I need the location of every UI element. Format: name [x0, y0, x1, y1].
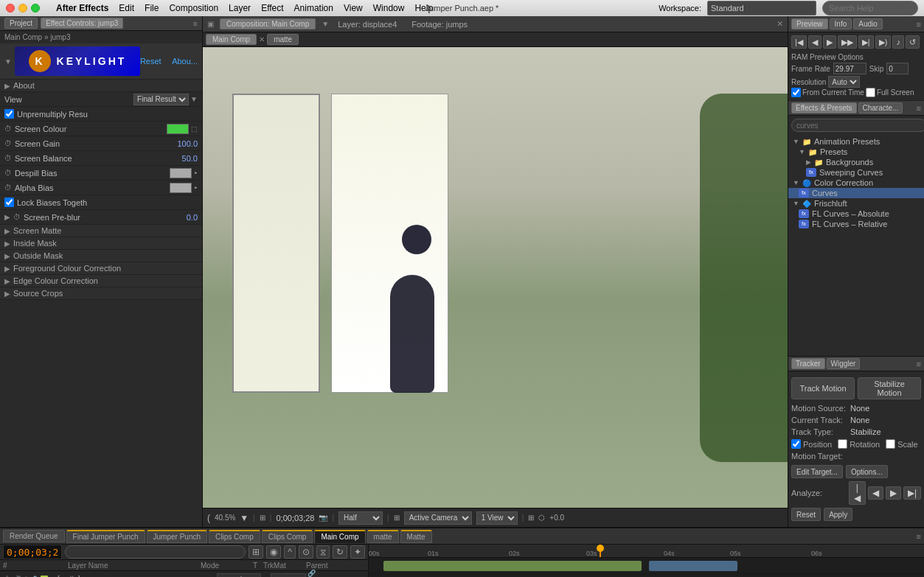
preblur-twist[interactable]: ▶	[4, 213, 10, 221]
time-display[interactable]: 0;00;03;28	[276, 514, 314, 522]
screen-balance-value[interactable]: 50.0	[182, 154, 198, 163]
comp-menu-icon[interactable]: ▼	[322, 20, 329, 28]
layer-solo-icon[interactable]: ◉	[266, 545, 281, 559]
audio-toggle[interactable]: ♪	[892, 35, 904, 49]
bar-1[interactable]	[383, 561, 642, 571]
menu-file[interactable]: File	[145, 3, 159, 13]
traffic-lights[interactable]	[6, 4, 40, 13]
clips-comp-tab2[interactable]: Clips Comp	[262, 530, 313, 543]
from-current-checkbox[interactable]	[791, 88, 801, 97]
zoom-dropdown[interactable]: ▼	[240, 513, 249, 523]
scale-checkbox[interactable]	[886, 439, 895, 449]
screen-matte-section[interactable]: ▶ Screen Matte	[0, 225, 202, 237]
workspace-input[interactable]	[707, 1, 816, 15]
analyze-first-button[interactable]: |◀	[849, 481, 866, 505]
menu-effect[interactable]: Effect	[261, 3, 283, 13]
position-checkbox[interactable]	[791, 439, 801, 449]
sweeping-curves-item[interactable]: fx Sweeping Curves	[788, 167, 924, 178]
stopwatch-icon-despill[interactable]: ⏱	[4, 169, 12, 177]
ram-preview-button[interactable]: ▶)	[875, 35, 892, 49]
about-section[interactable]: ▶ About	[0, 80, 202, 92]
fl-curves-absolute-item[interactable]: fx FL Curves – Absolute	[788, 209, 924, 219]
comp-title-tab[interactable]: Composition: Main Comp	[220, 18, 316, 29]
effect-controls-tab[interactable]: Effect Controls: jump3	[41, 18, 123, 29]
fg-correction-section[interactable]: ▶ Foreground Colour Correction	[0, 262, 202, 275]
tracker-tab[interactable]: Tracker	[791, 358, 825, 369]
edge-correction-section[interactable]: ▶ Edge Colour Correction	[0, 275, 202, 287]
eyedropper-icon[interactable]: ⬚	[191, 125, 198, 133]
preview-tab[interactable]: Preview	[791, 18, 828, 29]
menu-after-effects[interactable]: After Effects	[56, 3, 108, 13]
grid-icon[interactable]: ⊞	[394, 514, 400, 522]
edit-target-button[interactable]: Edit Target...	[791, 465, 843, 478]
view-dropdown-icon[interactable]: ▼	[190, 95, 198, 103]
despill-arrow[interactable]: ‣	[194, 169, 198, 177]
export-icon[interactable]: ⬡	[538, 514, 545, 522]
view-count-select[interactable]: 1 View	[476, 511, 518, 525]
last-frame-button[interactable]: ▶|	[858, 35, 874, 49]
source-crops-section[interactable]: ▶ Source Crops	[0, 287, 202, 300]
inside-mask-section[interactable]: ▶ Inside Mask	[0, 237, 202, 250]
analyze-next-button[interactable]: ▶	[886, 486, 901, 500]
view-select[interactable]: Active Camera	[404, 511, 472, 525]
vc-fit-icon[interactable]: ⊞	[260, 514, 265, 522]
help-search[interactable]	[822, 1, 918, 15]
stopwatch-icon-balance[interactable]: ⏱	[4, 154, 12, 162]
jumper-punch-tab[interactable]: Jumper Punch	[147, 530, 207, 543]
outside-mask-section[interactable]: ▶ Outside Mask	[0, 250, 202, 262]
skip-input[interactable]	[886, 63, 909, 74]
stabilize-motion-button[interactable]: Stabilize Motion	[858, 377, 921, 399]
bar-1b[interactable]	[649, 561, 737, 571]
timeline-search[interactable]	[65, 545, 246, 559]
prev-frame-button[interactable]: ◀	[808, 35, 821, 49]
shy-toggle[interactable]: ^	[284, 545, 296, 559]
twist-arrow[interactable]: ▼	[4, 57, 12, 66]
clips-comp-tab1[interactable]: Clips Comp	[209, 530, 260, 543]
fl-curves-relative-item[interactable]: fx FL Curves – Relative	[788, 219, 924, 229]
close-button[interactable]	[6, 4, 15, 13]
main-comp-timeline-tab[interactable]: Main Comp	[314, 530, 365, 543]
lock-biases-checkbox[interactable]	[4, 197, 14, 207]
draft-mode[interactable]: ✦	[350, 545, 365, 559]
alpha-bias-swatch[interactable]	[170, 183, 192, 193]
panel-menu-icon[interactable]: ≡	[193, 19, 198, 28]
screen-colour-swatch[interactable]	[167, 124, 189, 134]
options-button[interactable]: Options...	[846, 465, 888, 478]
unpremultiply-checkbox[interactable]	[4, 109, 14, 119]
panel-close-icon[interactable]: ✕	[777, 19, 783, 29]
zoom-value[interactable]: (	[207, 513, 210, 523]
frame-rate-input[interactable]	[833, 63, 866, 74]
matte2-tab-tl[interactable]: Matte	[400, 530, 432, 543]
characters-tab[interactable]: Characte...	[858, 102, 903, 113]
matte-tab[interactable]: matte	[267, 34, 299, 45]
stopwatch-icon-gain[interactable]: ⏱	[4, 139, 12, 147]
presets-item[interactable]: ▼ 📁 Presets	[788, 147, 924, 157]
wiggler-tab[interactable]: Wiggler	[827, 358, 861, 369]
alpha-arrow[interactable]: ‣	[194, 184, 198, 192]
reset-button[interactable]: Reset	[140, 57, 161, 66]
stopwatch-icon[interactable]: ⏱	[4, 125, 12, 133]
effects-presets-tab[interactable]: Effects & Presets	[791, 102, 857, 113]
tracker-reset-button[interactable]: Reset	[791, 508, 821, 521]
full-screen-checkbox[interactable]	[866, 88, 875, 97]
analyze-last-button[interactable]: ▶|	[903, 486, 921, 500]
view-select[interactable]: Final Result	[133, 94, 189, 105]
main-comp-tab[interactable]: Main Comp	[206, 34, 257, 45]
resolution-select[interactable]: Auto Full Half	[828, 76, 860, 88]
menu-window[interactable]: Window	[373, 3, 405, 13]
info-tab[interactable]: Info	[830, 18, 852, 29]
color-correction-item[interactable]: ▼ 🔵 Color Correction	[788, 178, 924, 188]
about-button[interactable]: Abou...	[172, 57, 198, 66]
parent-link-icon[interactable]: 🔗	[308, 570, 316, 577]
screen-preblur-value[interactable]: 0.0	[187, 213, 198, 222]
project-tab[interactable]: Project	[4, 18, 38, 29]
render-queue-tab[interactable]: Render Queue	[3, 530, 65, 542]
live-update[interactable]: ↻	[333, 545, 347, 559]
frischluft-item[interactable]: ▼ 🔷 Frischluft	[788, 198, 924, 209]
preview-panel-menu[interactable]: ≡	[917, 20, 921, 29]
loop-toggle[interactable]: ↺	[906, 35, 920, 49]
timeline-panel-menu[interactable]: ≡	[917, 532, 921, 541]
rotation-checkbox[interactable]	[838, 439, 847, 449]
menu-layer[interactable]: Layer	[229, 3, 251, 13]
matte-tab-tl[interactable]: matte	[367, 530, 399, 543]
